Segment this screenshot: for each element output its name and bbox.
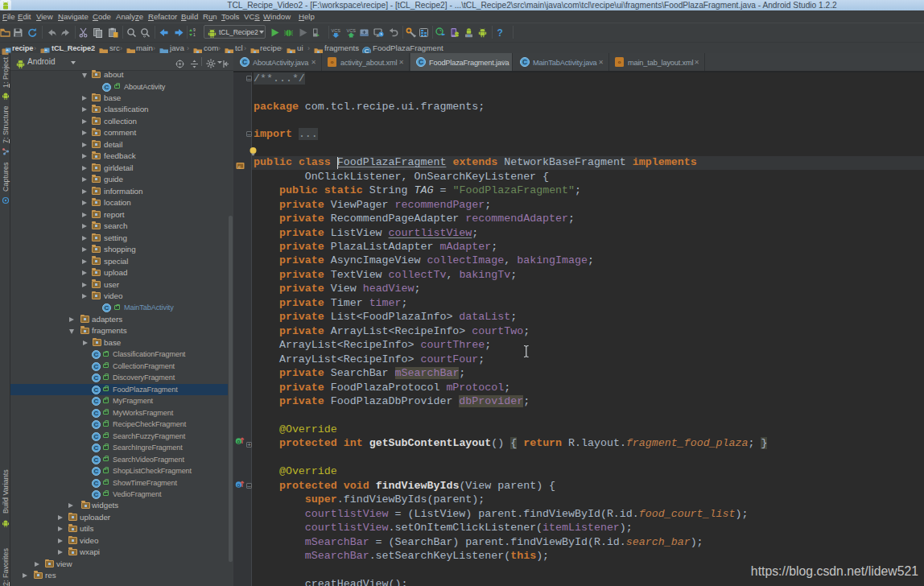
svg-text:VCS: VCS: [331, 28, 340, 33]
svg-text:c: c: [238, 164, 241, 169]
svg-text:o: o: [237, 482, 240, 488]
svg-text:o: o: [237, 439, 240, 444]
svg-text:VCS: VCS: [347, 28, 357, 33]
svg-text:1: 1: [193, 32, 196, 37]
svg-text:?: ?: [497, 27, 503, 38]
